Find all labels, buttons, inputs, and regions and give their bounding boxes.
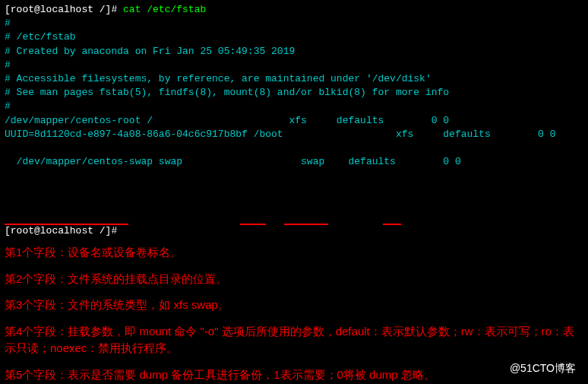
annotation-field-5: 第5个字段：表示是否需要 dump 备份工具进行备份，1表示需要；0将被 dum… (5, 367, 583, 384)
fstab-swap-line: /dev/mapper/centos-swap swap swap defaul… (5, 141, 583, 224)
cursor (117, 225, 123, 236)
fstab-line: UUID=8d1120cd-e897-4a08-86a6-04c6c917b8b… (5, 128, 583, 141)
underline-field56 (383, 224, 401, 225)
underline-field3 (240, 224, 266, 225)
watermark: @51CTO博客 (510, 361, 576, 376)
fstab-line: # See man pages fstab(5), findfs(8), mou… (5, 86, 583, 100)
annotation-field-3: 第3个字段：文件的系统类型，如 xfs swap。 (5, 297, 583, 314)
fstab-line: # Accessible filesystems, by reference, … (5, 72, 583, 86)
fstab-line: /dev/mapper/centos-swap swap swap defaul… (17, 156, 461, 167)
fstab-line: # /etc/fstab (5, 30, 583, 44)
prompt-line-2[interactable]: [root@localhost /]# (5, 224, 583, 238)
fstab-line: /dev/mapper/centos-root / xfs defaults 0… (5, 114, 583, 128)
fstab-line: # (5, 17, 583, 30)
command-text: cat /etc/fstab (117, 4, 206, 15)
fstab-line: # Created by anaconda on Fri Jan 25 05:4… (5, 45, 583, 59)
underline-field4 (284, 224, 328, 225)
annotation-field-4: 第4个字段：挂载参数，即 mount 命令 "-o" 选项后所使用的参数，def… (5, 323, 583, 357)
annotations-block: 第1个字段：设备名或设备卷标名。 第2个字段：文件系统的挂载点目录的位置。 第3… (5, 238, 583, 384)
fstab-line: # (5, 100, 583, 113)
underline-field1 (5, 224, 128, 225)
prompt-user-host: [root@localhost /]# (5, 4, 117, 15)
annotation-field-1: 第1个字段：设备名或设备卷标名。 (5, 244, 583, 262)
prompt-user-host: [root@localhost /]# (5, 225, 117, 236)
annotation-field-2: 第2个字段：文件系统的挂载点目录的位置。 (5, 271, 583, 288)
fstab-line: # (5, 59, 583, 72)
prompt-line-1: [root@localhost /]# cat /etc/fstab (5, 3, 583, 17)
